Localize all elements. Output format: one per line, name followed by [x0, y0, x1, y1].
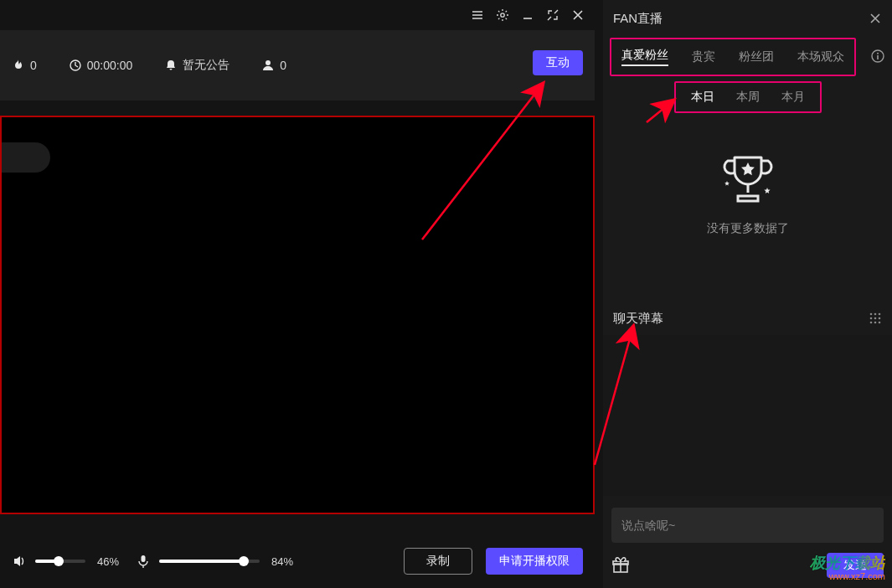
svg-point-2	[266, 60, 271, 65]
svg-point-11	[874, 317, 877, 320]
bottom-controls: 46% 84% 录制 申请开播权限	[0, 534, 595, 588]
announcement-text: 暂无公告	[183, 58, 229, 73]
gift-icon[interactable]	[611, 556, 630, 575]
svg-point-9	[879, 313, 881, 316]
chat-grid-icon[interactable]	[869, 312, 882, 325]
panel-header: FAN直播	[603, 0, 892, 37]
bell-icon	[164, 59, 178, 72]
record-button[interactable]: 录制	[404, 548, 472, 575]
trophy-icon	[714, 151, 781, 209]
time-filter-today[interactable]: 本日	[691, 90, 714, 105]
panel-title: FAN直播	[613, 11, 663, 27]
mic-icon[interactable]	[136, 554, 151, 569]
stat-announcement[interactable]: 暂无公告	[164, 58, 229, 73]
fire-icon	[12, 59, 25, 72]
tab-audience[interactable]: 本场观众	[797, 49, 844, 64]
menu-icon[interactable]	[471, 8, 484, 22]
svg-point-12	[879, 317, 881, 320]
speaker-icon[interactable]	[12, 554, 27, 569]
speaker-volume-group: 46%	[12, 554, 122, 569]
mic-volume-value: 84%	[268, 555, 296, 568]
tab-vip[interactable]: 贵宾	[692, 49, 715, 64]
svg-rect-3	[142, 555, 146, 562]
speaker-volume-slider[interactable]	[35, 560, 85, 563]
time-filter-week[interactable]: 本周	[736, 90, 760, 105]
svg-rect-6	[877, 55, 879, 59]
info-icon[interactable]	[870, 49, 885, 64]
svg-point-0	[501, 13, 504, 17]
time-filter-row: 本日 本周 本月	[603, 77, 892, 117]
video-preview	[0, 116, 595, 514]
chat-input[interactable]	[621, 518, 874, 532]
minimize-icon[interactable]	[521, 8, 534, 22]
apply-broadcast-button[interactable]: 申请开播权限	[486, 548, 583, 575]
chat-body	[603, 335, 892, 496]
tab-fan-group[interactable]: 粉丝团	[739, 49, 774, 64]
svg-point-15	[879, 322, 881, 324]
fan-tab-row: 真爱粉丝 贵宾 粉丝团 本场观众	[603, 37, 892, 77]
stat-viewers: 0	[261, 59, 286, 72]
panel-close-icon[interactable]	[869, 12, 882, 25]
svg-point-10	[870, 317, 873, 320]
stat-timer: 00:00:00	[69, 59, 133, 72]
timer-value: 00:00:00	[87, 59, 133, 72]
main-area: 0 00:00:00 暂无公告 0 互动	[0, 0, 595, 588]
time-filter-month[interactable]: 本月	[781, 90, 805, 105]
mic-volume-slider[interactable]	[159, 560, 260, 563]
maximize-icon[interactable]	[546, 8, 559, 22]
tab-true-fans[interactable]: 真爱粉丝	[621, 48, 668, 66]
preview-collapsed-pill[interactable]	[2, 142, 50, 173]
svg-point-13	[870, 322, 873, 324]
chat-bottom-row: 发送	[611, 549, 884, 581]
fan-panel: FAN直播 真爱粉丝 贵宾 粉丝团 本场观众 本日 本周 本月	[603, 0, 892, 588]
svg-point-8	[874, 313, 877, 316]
chat-header: 聊天弹幕	[603, 302, 892, 335]
clock-icon	[69, 59, 82, 72]
gear-icon[interactable]	[496, 8, 509, 22]
speaker-volume-value: 46%	[94, 555, 122, 568]
svg-point-7	[870, 313, 873, 316]
close-icon[interactable]	[571, 8, 585, 22]
empty-state-text: 没有更多数据了	[707, 221, 789, 236]
empty-state: 没有更多数据了	[603, 151, 892, 236]
person-icon	[261, 59, 275, 72]
stat-hot: 0	[12, 59, 37, 72]
window-titlebar	[0, 0, 595, 30]
chat-title: 聊天弹幕	[613, 311, 663, 327]
send-button[interactable]: 发送	[827, 553, 884, 578]
svg-point-14	[874, 322, 877, 324]
mic-volume-group: 84%	[136, 554, 296, 569]
stats-bar: 0 00:00:00 暂无公告 0 互动	[0, 30, 595, 101]
hot-count: 0	[30, 59, 37, 72]
interact-button[interactable]: 互动	[533, 50, 583, 75]
svg-point-5	[877, 53, 879, 54]
chat-input-row	[611, 508, 884, 543]
viewers-count: 0	[280, 59, 286, 72]
